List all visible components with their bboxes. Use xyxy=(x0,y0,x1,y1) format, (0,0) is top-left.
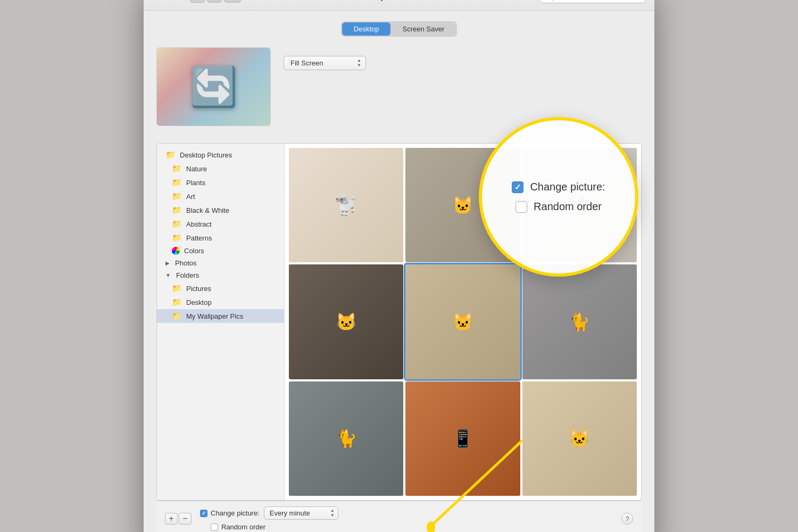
change-picture-checkbox-label[interactable]: ✓ Change picture: xyxy=(200,509,260,517)
photos-grid: 🐩 🐱 🐕 🐱 🐱 🐈 xyxy=(285,144,641,500)
sidebar-item-art[interactable]: 📁 Art xyxy=(157,189,284,203)
sidebar-item-patterns[interactable]: 📁 Patterns xyxy=(157,231,284,245)
photo-thumb-8[interactable]: 📱 xyxy=(405,381,520,496)
folder-icon: 📁 xyxy=(172,284,182,293)
back-arrow-icon: ‹ xyxy=(196,0,198,1)
folder-icon: 📁 xyxy=(172,192,182,201)
search-icon: 🔍 xyxy=(545,0,554,1)
main-window: ‹ › Desktop & Screen Saver 🔍 Desktop xyxy=(144,0,654,532)
bottom-panel: 📁 Desktop Pictures 📁 Nature 📁 Plants 📁 A… xyxy=(156,143,642,501)
add-remove-group: + − xyxy=(165,513,192,525)
tab-group: Desktop Screen Saver xyxy=(341,21,457,37)
photo-thumb-5[interactable]: 🐱 xyxy=(405,264,520,379)
photo-content-2: 🐱 xyxy=(405,148,520,262)
folder-icon: 📁 xyxy=(172,219,182,229)
photo-thumb-3[interactable]: 🐕 xyxy=(522,148,637,262)
sidebar-item-desktop-pictures[interactable]: 📁 Desktop Pictures xyxy=(157,148,284,162)
question-mark-icon: ? xyxy=(625,515,629,523)
up-arrow-icon: ▲ xyxy=(330,509,335,513)
photo-content-9: 🐱 xyxy=(522,381,637,496)
dropdown-arrows-icon: ▲ ▼ xyxy=(357,59,361,68)
random-order-text: Random order xyxy=(221,523,265,531)
window-body: Desktop Screen Saver 🔄 Fill Screen xyxy=(144,11,654,532)
sidebar-item-photos[interactable]: ▶ Photos xyxy=(157,257,284,269)
photo-thumb-7[interactable]: 🐈 xyxy=(289,381,403,496)
random-order-row: Random order xyxy=(211,523,338,531)
tab-screen-saver[interactable]: Screen Saver xyxy=(390,22,456,36)
sidebar-item-plants[interactable]: 📁 Plants xyxy=(157,176,284,189)
refresh-icon: 🔄 xyxy=(190,64,238,110)
forward-button[interactable]: › xyxy=(207,0,222,3)
interval-arrows-icon: ▲ ▼ xyxy=(330,509,335,518)
change-picture-row: ✓ Change picture: Every minute ▲ ▼ xyxy=(200,506,338,520)
photo-thumb-4[interactable]: 🐱 xyxy=(289,264,403,379)
bottom-toolbar: + − ✓ Change picture: xyxy=(156,501,642,532)
folder-icon: 📁 xyxy=(172,205,182,215)
sidebar-item-desktop-folder[interactable]: 📁 Desktop xyxy=(157,295,284,309)
back-button[interactable]: ‹ xyxy=(190,0,205,3)
fill-screen-dropdown[interactable]: Fill Screen ▲ ▼ xyxy=(284,56,366,70)
sidebar-label-desktop-folder: Desktop xyxy=(186,298,212,306)
up-arrow-icon: ▲ xyxy=(357,59,361,63)
down-arrow-icon: ▼ xyxy=(330,513,335,518)
photo-thumb-6[interactable]: 🐈 xyxy=(522,264,637,379)
sidebar-label-my-wallpaper: My Wallpaper Pics xyxy=(186,312,243,320)
change-picture-checkbox[interactable]: ✓ xyxy=(200,510,207,517)
sidebar-item-folders[interactable]: ▼ Folders xyxy=(157,269,284,281)
sidebar-item-nature[interactable]: 📁 Nature xyxy=(157,162,284,176)
sidebar-item-abstract[interactable]: 📁 Abstract xyxy=(157,217,284,231)
window-title: Desktop & Screen Saver xyxy=(356,0,442,1)
sidebar-item-pictures[interactable]: 📁 Pictures xyxy=(157,281,284,295)
sidebar-label-abstract: Abstract xyxy=(186,220,212,228)
add-folder-button[interactable]: + xyxy=(165,513,178,525)
titlebar: ‹ › Desktop & Screen Saver 🔍 xyxy=(144,0,654,11)
tab-desktop[interactable]: Desktop xyxy=(342,22,391,36)
fill-screen-label: Fill Screen xyxy=(290,59,323,67)
forward-arrow-icon: › xyxy=(213,0,215,1)
photo-content-1: 🐩 xyxy=(289,148,403,262)
folder-icon: 📁 xyxy=(172,233,182,243)
random-order-checkbox-label[interactable]: Random order xyxy=(211,523,265,531)
folder-icon: 📁 xyxy=(172,178,182,187)
sidebar-item-black-white[interactable]: 📁 Black & White xyxy=(157,203,284,217)
folder-icon: 📁 xyxy=(172,164,182,173)
remove-folder-button[interactable]: − xyxy=(179,513,192,525)
checkmark-icon: ✓ xyxy=(202,510,206,516)
remove-icon: − xyxy=(182,514,187,523)
photo-thumb-1[interactable]: 🐩 xyxy=(289,148,403,262)
photo-thumb-9[interactable]: 🐱 xyxy=(522,381,637,496)
photo-content-7: 🐈 xyxy=(289,381,403,496)
folder-icon: 📁 xyxy=(172,297,182,307)
sidebar-label-black-white: Black & White xyxy=(186,206,229,214)
sidebar-label-folders: Folders xyxy=(176,271,199,279)
down-arrow-icon: ▼ xyxy=(357,63,361,68)
wallpaper-preview: 🔄 xyxy=(156,47,271,126)
disclosure-closed-icon: ▶ xyxy=(165,260,170,266)
random-order-checkbox[interactable] xyxy=(211,523,218,531)
help-button[interactable]: ? xyxy=(621,513,633,525)
add-icon: + xyxy=(169,514,173,523)
photo-thumb-2[interactable]: 🐱 xyxy=(405,148,520,262)
sidebar-label-plants: Plants xyxy=(186,179,205,187)
photo-content-8: 📱 xyxy=(405,381,520,496)
sidebar-label-art: Art xyxy=(186,193,195,201)
sidebar-item-my-wallpaper[interactable]: 📁 My Wallpaper Pics xyxy=(157,309,284,323)
photo-content-4: 🐱 xyxy=(289,264,403,379)
folder-icon: 📁 xyxy=(172,311,182,321)
preview-image: 🔄 xyxy=(157,48,270,126)
sidebar-label-photos: Photos xyxy=(175,259,196,267)
search-box[interactable]: 🔍 xyxy=(539,0,646,3)
sidebar-label-colors: Colors xyxy=(184,247,204,255)
content-area: Desktop Screen Saver 🔄 Fill Screen xyxy=(144,11,654,532)
change-picture-text: Change picture: xyxy=(211,509,260,517)
grid-view-button[interactable] xyxy=(224,0,241,3)
photo-content-3: 🐕 xyxy=(522,148,637,262)
controls-column: Fill Screen ▲ ▼ xyxy=(284,47,366,70)
interval-dropdown[interactable]: Every minute ▲ ▼ xyxy=(264,506,338,520)
sidebar-label-nature: Nature xyxy=(186,165,207,173)
disclosure-open-icon: ▼ xyxy=(165,272,171,278)
colors-icon xyxy=(172,247,180,255)
search-input[interactable] xyxy=(557,0,640,1)
sidebar-item-colors[interactable]: Colors xyxy=(157,245,284,257)
sidebar: 📁 Desktop Pictures 📁 Nature 📁 Plants 📁 A… xyxy=(157,144,285,500)
